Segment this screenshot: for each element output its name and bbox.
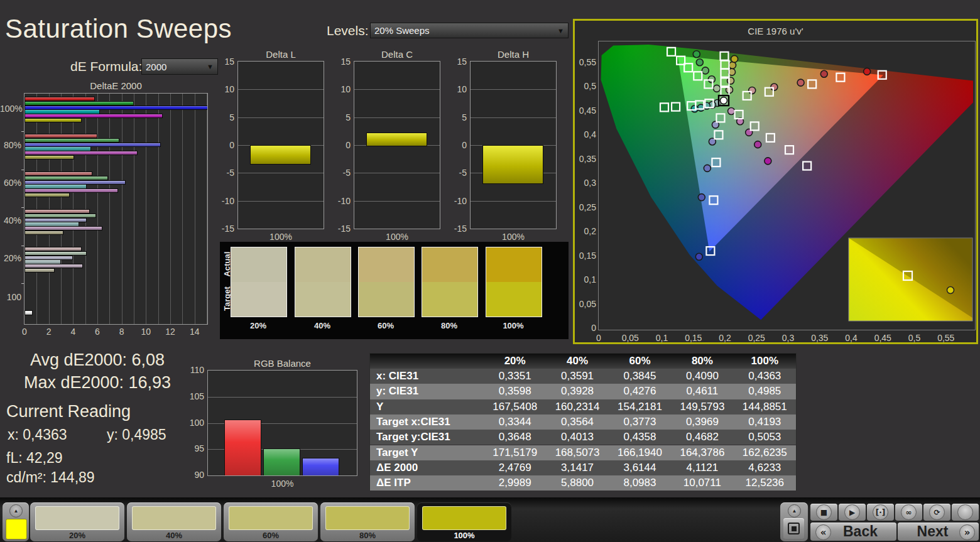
saturation-tile-60%[interactable]: 60% bbox=[224, 502, 318, 541]
stop-window-icon bbox=[788, 523, 800, 534]
cie-measured-green bbox=[708, 76, 715, 83]
table-row: x: CIE310,33510,35910,38450,40900,4363 bbox=[370, 369, 796, 384]
tile-label: 40% bbox=[127, 531, 221, 540]
delta-ytick: 15 bbox=[214, 57, 234, 67]
deltae-xtick: 12 bbox=[164, 327, 177, 337]
current-x: x: 0,4363 bbox=[8, 426, 67, 443]
delta-ytick: -5 bbox=[214, 168, 234, 178]
swatch-label: 100% bbox=[486, 321, 541, 330]
table-cell: 0,4013 bbox=[546, 431, 608, 443]
swatch-60% bbox=[358, 247, 415, 317]
cie-zoom-inset bbox=[849, 238, 972, 321]
palette-collapse-tile[interactable]: ▲ bbox=[3, 502, 29, 541]
gridline bbox=[354, 89, 440, 90]
table-cell: 2,4769 bbox=[484, 462, 546, 474]
delta-xlabel: 100% bbox=[354, 232, 440, 242]
delta-ytick: -15 bbox=[330, 224, 351, 234]
stop-button[interactable]: ■ bbox=[810, 504, 837, 521]
gridline bbox=[208, 397, 357, 398]
table-cell: 0,3344 bbox=[484, 416, 546, 428]
rgb-balance-chart: 1101051009590100% bbox=[185, 367, 373, 493]
swatch-target bbox=[359, 282, 414, 317]
swatch-label: 80% bbox=[422, 321, 477, 330]
gridline bbox=[238, 173, 324, 173]
palette-color-swatch[interactable] bbox=[6, 519, 27, 539]
swatch-40% bbox=[295, 247, 351, 317]
play-button[interactable]: ▶ bbox=[839, 504, 866, 521]
swatch-100% bbox=[486, 247, 542, 317]
cie-xtick: 0,4 bbox=[839, 333, 864, 343]
saturation-tile-20%[interactable]: 20% bbox=[30, 502, 124, 541]
table-cell: 0,3969 bbox=[671, 416, 733, 428]
stop-icon: ■ bbox=[816, 504, 832, 520]
cie-xtick: 0,45 bbox=[870, 333, 895, 343]
swatch-actual bbox=[486, 247, 542, 282]
rgb-ytick: 105 bbox=[185, 391, 204, 401]
cie-xtick: 0,25 bbox=[744, 333, 769, 343]
table-cell: 166,1940 bbox=[609, 447, 671, 459]
swatch-target bbox=[231, 282, 286, 317]
blank-button[interactable] bbox=[952, 504, 979, 521]
back-button[interactable]: «Back bbox=[810, 523, 896, 541]
gridline bbox=[238, 117, 324, 118]
collapse-up-icon[interactable]: ▲ bbox=[788, 504, 801, 518]
cie-ytick: 0,25 bbox=[575, 202, 596, 212]
delta-ytick: 0 bbox=[214, 140, 234, 150]
table-cell: 149,5793 bbox=[671, 401, 733, 413]
swatch-actual bbox=[295, 247, 351, 282]
stop-square bbox=[792, 526, 797, 531]
rgb-bar-blue bbox=[302, 458, 339, 476]
next-button[interactable]: Next» bbox=[898, 523, 979, 541]
table-cell: 0,4682 bbox=[671, 431, 733, 443]
single-measure-button[interactable]: [·] bbox=[867, 504, 894, 521]
delta-ytick: -15 bbox=[446, 224, 467, 234]
current-y: y: 0,4985 bbox=[107, 426, 166, 443]
loop-button[interactable]: ⟳ bbox=[923, 504, 950, 521]
table-header-cell: 80% bbox=[671, 355, 733, 367]
continuous-button[interactable]: ∞ bbox=[895, 504, 922, 521]
table-cell: 10,0711 bbox=[671, 477, 733, 489]
table-cell: 171,5179 bbox=[484, 447, 546, 459]
rgb-bar-green bbox=[263, 448, 300, 476]
gridline bbox=[238, 89, 324, 90]
table-cell: 0,3845 bbox=[609, 370, 671, 382]
gridline bbox=[471, 117, 556, 118]
deltae-group-label: 20% bbox=[0, 253, 21, 263]
table-cell: 5,8800 bbox=[546, 477, 608, 489]
transport-collapse-tile[interactable]: ▲ bbox=[780, 502, 808, 541]
delta-ytick: 10 bbox=[446, 84, 467, 94]
table-cell: 0,4193 bbox=[734, 416, 796, 428]
cie-measured-magenta bbox=[728, 108, 735, 115]
rgb-ytick: 110 bbox=[185, 365, 204, 375]
delta-ytick: 15 bbox=[446, 57, 467, 67]
table-cell: 4,1121 bbox=[671, 462, 733, 474]
cie-measured-green bbox=[693, 51, 700, 58]
tile-label: 80% bbox=[320, 531, 415, 540]
table-cell: 2,9989 bbox=[484, 477, 546, 489]
collapse-up-icon[interactable]: ▲ bbox=[9, 504, 23, 518]
deltae-bar-yellow-20% bbox=[24, 268, 55, 273]
cie-ytick: 0,1 bbox=[575, 274, 596, 285]
cie-diagram-panel[interactable]: CIE 1976 u'v' bbox=[573, 19, 978, 344]
delta-ytick: 5 bbox=[446, 112, 467, 122]
cie-ytick: 0,4 bbox=[575, 129, 596, 139]
table-cell: 0,3773 bbox=[609, 416, 671, 428]
delta-c-plot bbox=[354, 61, 440, 229]
saturation-tile-40%[interactable]: 40% bbox=[127, 502, 221, 541]
delta-ytick: -5 bbox=[446, 168, 467, 178]
swatch-target bbox=[486, 282, 542, 317]
cie-measured-blue bbox=[704, 165, 710, 171]
delta-ytick: -15 bbox=[214, 224, 234, 234]
deltae-xtick: 2 bbox=[43, 327, 55, 337]
saturation-tile-100%[interactable]: 100% bbox=[417, 502, 511, 541]
stop-window-button[interactable] bbox=[783, 518, 804, 539]
gridline bbox=[354, 117, 440, 118]
cie-xtick: 0,15 bbox=[681, 333, 706, 343]
current-cdm2: cd/m²: 144,89 bbox=[6, 469, 95, 486]
table-row-label: x: CIE31 bbox=[370, 370, 484, 382]
delta-ytick: -10 bbox=[214, 196, 234, 206]
table-cell: 167,5408 bbox=[484, 401, 546, 413]
delta-bar bbox=[366, 133, 427, 146]
table-row-label: ΔE ITP bbox=[370, 477, 484, 489]
saturation-tile-80%[interactable]: 80% bbox=[320, 502, 415, 541]
